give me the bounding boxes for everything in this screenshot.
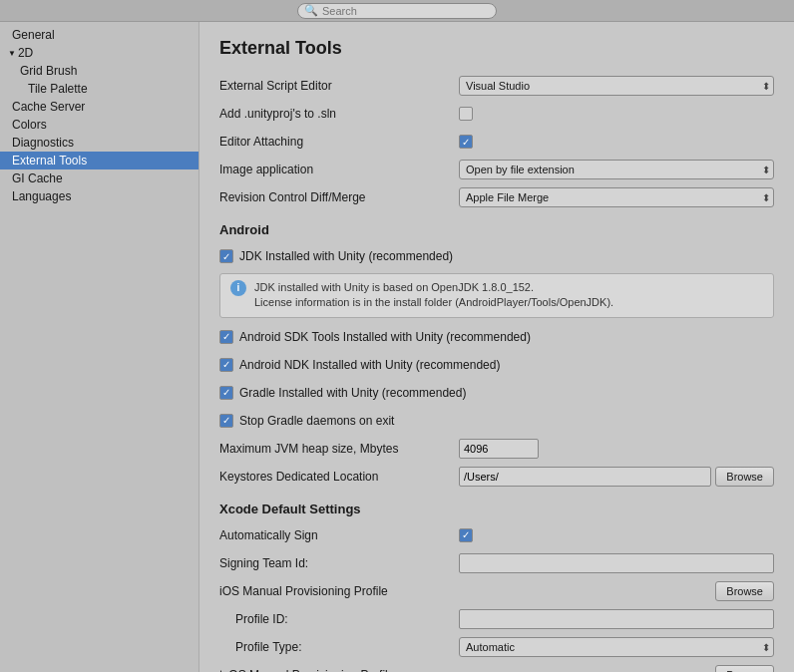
tvos-profile-control: Browse bbox=[459, 665, 774, 672]
image-application-select[interactable]: Open by file extension bbox=[459, 160, 774, 179]
revision-control-select[interactable]: Apple File Merge bbox=[459, 187, 774, 207]
main-layout: General ▼ 2D Grid Brush Tile Palette Cac… bbox=[0, 22, 794, 672]
jdk-info-text: JDK installed with Unity is based on Ope… bbox=[254, 280, 613, 311]
keystores-control: Browse bbox=[459, 467, 774, 487]
xcode-section-header: Xcode Default Settings bbox=[219, 502, 774, 516]
tvos-profile-label: tvOS Manual Provisioning Profile bbox=[219, 668, 459, 672]
android-ndk-label: Android NDK Installed with Unity (recomm… bbox=[239, 358, 500, 372]
signing-team-label: Signing Team Id: bbox=[219, 556, 459, 570]
auto-sign-label: Automatically Sign bbox=[219, 528, 459, 542]
search-input[interactable] bbox=[322, 5, 490, 17]
top-bar: 🔍 bbox=[0, 0, 794, 22]
script-editor-control: Visual Studio bbox=[459, 76, 774, 96]
editor-attaching-checkbox[interactable]: ✓ bbox=[459, 135, 473, 149]
gradle-checkbox[interactable]: ✓ bbox=[219, 386, 233, 400]
jdk-checkbox[interactable]: ✓ bbox=[219, 249, 233, 263]
ios-browse-button[interactable]: Browse bbox=[715, 581, 774, 601]
script-editor-select-wrapper: Visual Studio bbox=[459, 76, 774, 96]
signing-team-control bbox=[459, 553, 774, 573]
signing-team-input[interactable] bbox=[459, 553, 774, 573]
ios-profile-id-input[interactable] bbox=[459, 609, 774, 629]
stop-gradle-control: ✓ Stop Gradle daemons on exit bbox=[219, 414, 774, 428]
add-unityproj-control bbox=[459, 107, 774, 121]
editor-attaching-row: Editor Attaching ✓ bbox=[219, 131, 774, 153]
ios-profile-type-control: Automatic bbox=[459, 637, 774, 657]
keystores-row: Keystores Dedicated Location Browse bbox=[219, 466, 774, 488]
sidebar: General ▼ 2D Grid Brush Tile Palette Cac… bbox=[0, 22, 199, 672]
sidebar-item-cache-server[interactable]: Cache Server bbox=[0, 98, 198, 116]
max-jvm-input[interactable] bbox=[459, 439, 539, 459]
search-bar[interactable]: 🔍 bbox=[297, 3, 497, 19]
android-ndk-row: ✓ Android NDK Installed with Unity (reco… bbox=[219, 354, 774, 376]
ios-profile-control: Browse bbox=[459, 581, 774, 601]
ios-profile-type-select-wrapper: Automatic bbox=[459, 637, 774, 657]
jdk-label: JDK Installed with Unity (recommended) bbox=[239, 249, 453, 263]
revision-control-label: Revision Control Diff/Merge bbox=[219, 190, 459, 204]
android-sdk-checkbox[interactable]: ✓ bbox=[219, 330, 233, 344]
editor-attaching-control: ✓ bbox=[459, 135, 774, 149]
android-ndk-control: ✓ Android NDK Installed with Unity (reco… bbox=[219, 358, 774, 372]
sidebar-item-colors[interactable]: Colors bbox=[0, 116, 198, 134]
add-unityproj-label: Add .unityproj's to .sln bbox=[219, 107, 459, 121]
android-section-header: Android bbox=[219, 222, 774, 237]
add-unityproj-checkbox[interactable] bbox=[459, 107, 473, 121]
android-sdk-control: ✓ Android SDK Tools Installed with Unity… bbox=[219, 330, 774, 344]
ios-profile-id-row: Profile ID: bbox=[219, 608, 774, 630]
page-title: External Tools bbox=[219, 38, 774, 59]
image-application-control: Open by file extension bbox=[459, 160, 774, 179]
sidebar-item-gi-cache[interactable]: GI Cache bbox=[0, 169, 198, 187]
max-jvm-control bbox=[459, 439, 774, 459]
ios-profile-type-row: Profile Type: Automatic bbox=[219, 636, 774, 658]
revision-control-control: Apple File Merge bbox=[459, 187, 774, 207]
signing-team-row: Signing Team Id: bbox=[219, 552, 774, 574]
jdk-row: ✓ JDK Installed with Unity (recommended) bbox=[219, 245, 774, 267]
android-sdk-label: Android SDK Tools Installed with Unity (… bbox=[239, 330, 531, 344]
auto-sign-control: ✓ bbox=[459, 528, 774, 542]
jdk-info-box: i JDK installed with Unity is based on O… bbox=[219, 273, 774, 318]
ios-profile-id-control bbox=[459, 609, 774, 629]
search-icon: 🔍 bbox=[304, 4, 318, 17]
max-jvm-row: Maximum JVM heap size, Mbytes bbox=[219, 438, 774, 460]
image-application-label: Image application bbox=[219, 163, 459, 176]
android-ndk-checkbox[interactable]: ✓ bbox=[219, 358, 233, 372]
script-editor-row: External Script Editor Visual Studio bbox=[219, 75, 774, 97]
keystores-browse-button[interactable]: Browse bbox=[715, 467, 774, 487]
script-editor-label: External Script Editor bbox=[219, 79, 459, 93]
sidebar-item-external-tools[interactable]: External Tools bbox=[0, 152, 198, 169]
ios-profile-type-select[interactable]: Automatic bbox=[459, 637, 774, 657]
image-application-select-wrapper: Open by file extension bbox=[459, 160, 774, 179]
ios-profile-row: iOS Manual Provisioning Profile Browse bbox=[219, 580, 774, 602]
sidebar-item-general[interactable]: General bbox=[0, 26, 198, 44]
ios-profile-id-label: Profile ID: bbox=[219, 612, 459, 626]
info-icon: i bbox=[230, 280, 246, 296]
sidebar-item-tile-palette[interactable]: Tile Palette bbox=[0, 80, 198, 98]
tvos-browse-button[interactable]: Browse bbox=[715, 665, 774, 672]
keystores-input[interactable] bbox=[459, 467, 711, 487]
revision-control-row: Revision Control Diff/Merge Apple File M… bbox=[219, 186, 774, 208]
content-area: External Tools External Script Editor Vi… bbox=[199, 22, 794, 672]
chevron-down-icon: ▼ bbox=[8, 49, 16, 58]
sidebar-item-grid-brush[interactable]: Grid Brush bbox=[0, 62, 198, 80]
tvos-profile-row: tvOS Manual Provisioning Profile Browse bbox=[219, 664, 774, 672]
gradle-control: ✓ Gradle Installed with Unity (recommend… bbox=[219, 386, 774, 400]
ios-profile-type-label: Profile Type: bbox=[219, 640, 459, 654]
gradle-row: ✓ Gradle Installed with Unity (recommend… bbox=[219, 382, 774, 404]
sidebar-item-diagnostics[interactable]: Diagnostics bbox=[0, 134, 198, 152]
stop-gradle-row: ✓ Stop Gradle daemons on exit bbox=[219, 410, 774, 432]
auto-sign-checkbox[interactable]: ✓ bbox=[459, 528, 473, 542]
add-unityproj-row: Add .unityproj's to .sln bbox=[219, 103, 774, 125]
sidebar-item-2d[interactable]: ▼ 2D bbox=[0, 44, 198, 62]
image-application-row: Image application Open by file extension bbox=[219, 159, 774, 180]
revision-control-select-wrapper: Apple File Merge bbox=[459, 187, 774, 207]
gradle-label: Gradle Installed with Unity (recommended… bbox=[239, 386, 466, 400]
sidebar-item-languages[interactable]: Languages bbox=[0, 187, 198, 205]
editor-attaching-label: Editor Attaching bbox=[219, 135, 459, 149]
auto-sign-row: Automatically Sign ✓ bbox=[219, 524, 774, 546]
script-editor-select[interactable]: Visual Studio bbox=[459, 76, 774, 96]
jdk-control: ✓ JDK Installed with Unity (recommended) bbox=[219, 249, 774, 263]
stop-gradle-label: Stop Gradle daemons on exit bbox=[239, 414, 394, 428]
stop-gradle-checkbox[interactable]: ✓ bbox=[219, 414, 233, 428]
ios-profile-label: iOS Manual Provisioning Profile bbox=[219, 584, 459, 598]
keystores-label: Keystores Dedicated Location bbox=[219, 470, 459, 484]
max-jvm-label: Maximum JVM heap size, Mbytes bbox=[219, 442, 459, 456]
